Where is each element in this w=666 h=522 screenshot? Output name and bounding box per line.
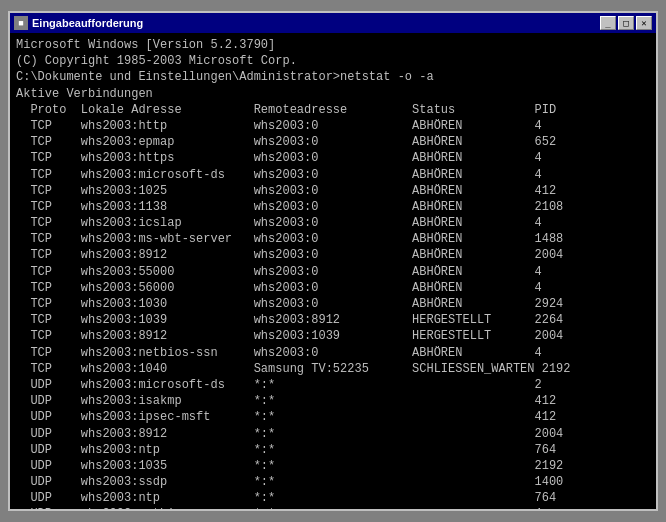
terminal-line: TCP whs2003:1040 Samsung TV:52235 SCHLIE…	[16, 361, 650, 377]
terminal-line: C:\Dokumente und Einstellungen\Administr…	[16, 69, 650, 85]
terminal-line: TCP whs2003:http whs2003:0 ABHÖREN 4	[16, 118, 650, 134]
title-bar-buttons: _ □ ✕	[600, 16, 652, 30]
terminal-line: TCP whs2003:1025 whs2003:0 ABHÖREN 412	[16, 183, 650, 199]
terminal-line: TCP whs2003:epmap whs2003:0 ABHÖREN 652	[16, 134, 650, 150]
minimize-button[interactable]: _	[600, 16, 616, 30]
window-title: Eingabeaufforderung	[32, 17, 143, 29]
terminal-line: Proto Lokale Adresse Remoteadresse Statu…	[16, 102, 650, 118]
terminal-line: TCP whs2003:1039 whs2003:8912 HERGESTELL…	[16, 312, 650, 328]
terminal-line: TCP whs2003:8912 whs2003:1039 HERGESTELL…	[16, 328, 650, 344]
terminal-line: TCP whs2003:https whs2003:0 ABHÖREN 4	[16, 150, 650, 166]
terminal-line: UDP whs2003:ipsec-msft *:* 412	[16, 409, 650, 425]
terminal-line: TCP whs2003:55000 whs2003:0 ABHÖREN 4	[16, 264, 650, 280]
title-bar: ■ Eingabeaufforderung _ □ ✕	[10, 13, 656, 33]
terminal-line: UDP whs2003:ssdp *:* 1400	[16, 474, 650, 490]
window-icon: ■	[14, 16, 28, 30]
terminal-line: (C) Copyright 1985-2003 Microsoft Corp.	[16, 53, 650, 69]
terminal-line: TCP whs2003:8912 whs2003:0 ABHÖREN 2004	[16, 247, 650, 263]
terminal-line: UDP whs2003:isakmp *:* 412	[16, 393, 650, 409]
close-button[interactable]: ✕	[636, 16, 652, 30]
terminal-line: TCP whs2003:1138 whs2003:0 ABHÖREN 2108	[16, 199, 650, 215]
maximize-button[interactable]: □	[618, 16, 634, 30]
terminal-line: TCP whs2003:microsoft-ds whs2003:0 ABHÖR…	[16, 167, 650, 183]
cmd-window: ■ Eingabeaufforderung _ □ ✕ Microsoft Wi…	[8, 11, 658, 511]
terminal-line: TCP whs2003:56000 whs2003:0 ABHÖREN 4	[16, 280, 650, 296]
terminal-line: UDP whs2003:microsoft-ds *:* 2	[16, 377, 650, 393]
terminal-line: UDP whs2003:netbios-ns *:* 4	[16, 506, 650, 509]
terminal-line: UDP whs2003:ntp *:* 764	[16, 442, 650, 458]
terminal-line: TCP whs2003:ms-wbt-server whs2003:0 ABHÖ…	[16, 231, 650, 247]
title-bar-left: ■ Eingabeaufforderung	[14, 16, 143, 30]
terminal-line: TCP whs2003:1030 whs2003:0 ABHÖREN 2924	[16, 296, 650, 312]
terminal-line: Aktive Verbindungen	[16, 86, 650, 102]
terminal-content: Microsoft Windows [Version 5.2.3790](C) …	[10, 33, 656, 509]
terminal-line: Microsoft Windows [Version 5.2.3790]	[16, 37, 650, 53]
terminal-line: UDP whs2003:8912 *:* 2004	[16, 426, 650, 442]
terminal-line: TCP whs2003:netbios-ssn whs2003:0 ABHÖRE…	[16, 345, 650, 361]
terminal-line: TCP whs2003:icslap whs2003:0 ABHÖREN 4	[16, 215, 650, 231]
terminal-line: UDP whs2003:ntp *:* 764	[16, 490, 650, 506]
terminal-line: UDP whs2003:1035 *:* 2192	[16, 458, 650, 474]
